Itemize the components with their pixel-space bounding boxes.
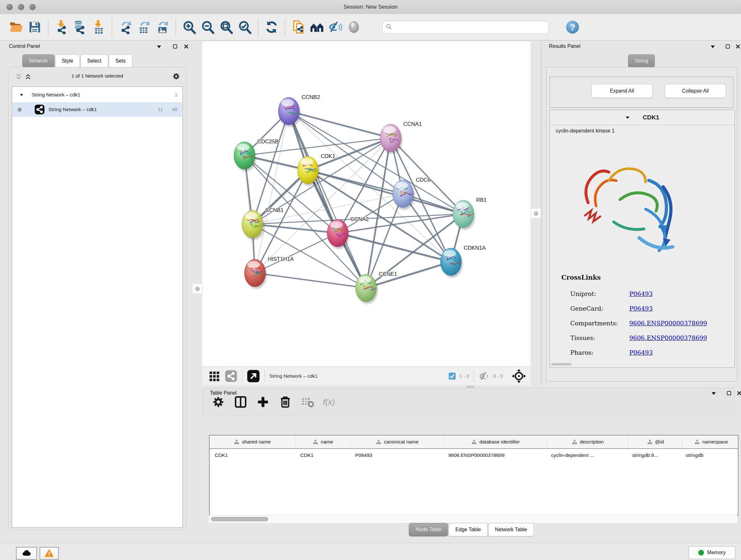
table-options-gear-icon[interactable]: [212, 395, 225, 409]
memory-status-dot: [698, 550, 704, 556]
export-table-icon[interactable]: [135, 18, 153, 37]
column-header-shared-name[interactable]: shared name: [210, 435, 295, 448]
scrollbar-thumb[interactable]: [211, 517, 268, 521]
network-thumbnail-icon[interactable]: [225, 370, 238, 382]
tab-select[interactable]: Select: [80, 54, 108, 68]
tab-string[interactable]: String: [628, 54, 655, 68]
crosslink-link[interactable]: P06493: [629, 305, 653, 312]
right-splitter-handle[interactable]: [531, 208, 541, 219]
hide-eye-icon[interactable]: [326, 18, 345, 37]
tab-node-table[interactable]: Node Table: [409, 523, 448, 537]
float-panel-icon[interactable]: [172, 44, 178, 49]
tab-network[interactable]: Network: [22, 54, 55, 68]
copy-share-icon[interactable]: [289, 18, 308, 37]
main-toolbar: ?: [0, 14, 741, 41]
network-edge[interactable]: [255, 233, 338, 273]
column-header-namespace[interactable]: namespace: [683, 435, 740, 448]
warnings-button[interactable]: [40, 547, 59, 560]
close-panel-icon[interactable]: [737, 390, 741, 396]
network-node-CCNE1[interactable]: CCNE1: [355, 271, 397, 304]
network-options-gear-icon[interactable]: [172, 72, 180, 80]
window-title: Session: New Session: [0, 0, 741, 14]
network-row[interactable]: String Network – cdk1 11 48: [12, 102, 182, 117]
network-graph[interactable]: CCNB2 CCNA1 CDC25B CDK1 CDC6 RB1 CCNB1: [202, 42, 530, 367]
close-panel-icon[interactable]: [184, 44, 189, 49]
collapse-all-button[interactable]: Collapse All: [665, 84, 726, 98]
zoom-out-icon[interactable]: [199, 18, 217, 37]
svg-text:f(x): f(x): [323, 397, 335, 407]
zoom-fit-icon[interactable]: [217, 18, 235, 37]
show-columns-icon[interactable]: [234, 395, 247, 409]
network-edge[interactable]: [255, 273, 366, 288]
cloud-status-button[interactable]: [16, 547, 37, 560]
network-node-CCNB2[interactable]: CCNB2: [278, 94, 320, 127]
left-splitter-handle[interactable]: [192, 284, 202, 294]
add-column-icon[interactable]: [256, 395, 270, 409]
close-panel-icon[interactable]: [735, 44, 741, 49]
results-splitter[interactable]: [541, 42, 541, 385]
expand-all-button[interactable]: Expand All: [591, 84, 653, 98]
tab-edge-table[interactable]: Edge Table: [449, 523, 488, 537]
panel-menu-icon[interactable]: [711, 391, 717, 396]
network-node-CDK1[interactable]: CDK1: [297, 153, 335, 186]
panel-menu-icon[interactable]: [156, 44, 162, 50]
column-header-description[interactable]: description: [547, 435, 629, 448]
network-label: String Network – cdk1: [49, 107, 97, 112]
home-icon[interactable]: [308, 18, 326, 37]
panel-menu-icon[interactable]: [710, 44, 716, 50]
detach-view-icon[interactable]: [247, 369, 260, 383]
column-header-database-identifier[interactable]: database identifier: [444, 435, 547, 448]
network-node-CDKN1A[interactable]: CDKN1A: [441, 245, 486, 278]
network-edge[interactable]: [289, 111, 391, 138]
column-header-name[interactable]: name: [295, 435, 351, 448]
table-cell: CDK1: [295, 449, 350, 462]
network-node-RB1[interactable]: RB1: [453, 197, 487, 230]
entry-scrollbar-thumb[interactable]: [551, 363, 571, 366]
column-header-@id[interactable]: @id: [629, 435, 683, 448]
crosslink-link[interactable]: 9606.ENSP00000378699: [629, 320, 707, 327]
zoom-in-icon[interactable]: [180, 18, 199, 37]
collection-expander-icon[interactable]: [19, 93, 23, 97]
float-panel-icon[interactable]: [726, 390, 732, 396]
table-row[interactable]: CDK1CDK1P064939606.ENSP00000378699cyclin…: [210, 449, 738, 462]
import-network-icon[interactable]: [52, 18, 71, 37]
network-node-HIST1H1A[interactable]: HIST1H1A: [245, 256, 294, 289]
selected-indicator-checkbox[interactable]: [448, 372, 456, 380]
crosslink-label: Pharos:: [570, 349, 629, 356]
memory-button[interactable]: Memory: [689, 546, 735, 559]
delete-column-icon[interactable]: [279, 395, 292, 409]
entry-expander-icon[interactable]: [625, 115, 630, 120]
node-result-header[interactable]: CDK1: [550, 110, 735, 125]
network-collection-row[interactable]: String Network – cdk1 1: [12, 87, 182, 102]
node-label: CCNE1: [379, 271, 397, 277]
refresh-icon[interactable]: [262, 18, 281, 37]
results-panel-tabs: String: [628, 54, 656, 68]
crosslink-link[interactable]: P06493: [629, 290, 653, 297]
column-header-canonical-name[interactable]: canonical name: [351, 435, 444, 448]
tab-network-table[interactable]: Network Table: [488, 523, 534, 537]
crosslink-link[interactable]: P06493: [629, 349, 653, 356]
float-panel-icon[interactable]: [725, 44, 731, 49]
control-panel-title: Control Panel: [9, 44, 40, 49]
crosslink-link[interactable]: 9606.ENSP00000378699: [629, 334, 707, 341]
network-edge[interactable]: [255, 111, 289, 273]
tab-sets[interactable]: Sets: [109, 54, 132, 68]
zoom-selected-icon[interactable]: [235, 18, 254, 37]
search-input[interactable]: [382, 21, 549, 34]
export-image-icon[interactable]: [153, 18, 172, 37]
fit-selected-icon[interactable]: [512, 369, 526, 383]
network-canvas[interactable]: CCNB2 CCNA1 CDC25B CDK1 CDC6 RB1 CCNB1: [202, 42, 530, 367]
network-edge[interactable]: [338, 194, 403, 233]
save-icon[interactable]: [25, 18, 44, 37]
export-network-icon[interactable]: [116, 18, 135, 37]
birds-eye-view-icon[interactable]: [208, 370, 220, 382]
import-database-icon[interactable]: [71, 18, 89, 37]
table-horizontal-scrollbar[interactable]: [209, 515, 737, 523]
network-selection-summary: 1 of 1 Network selected: [9, 73, 186, 79]
show-eye-icon[interactable]: [345, 18, 363, 37]
import-table-icon[interactable]: [89, 18, 108, 37]
tab-style[interactable]: Style: [55, 54, 80, 68]
help-icon[interactable]: ?: [565, 20, 580, 34]
folder-open-icon[interactable]: [7, 18, 25, 37]
network-node-CCNA2[interactable]: CCNA2: [327, 216, 369, 249]
